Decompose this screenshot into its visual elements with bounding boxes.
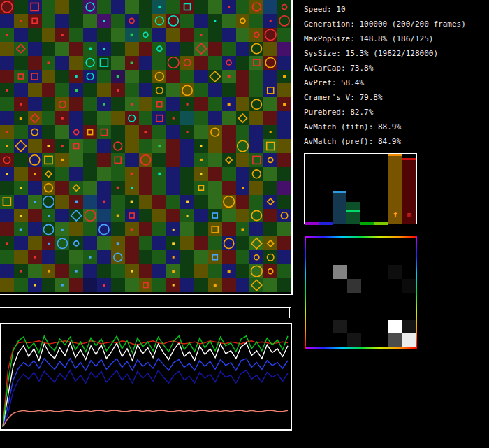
cap-yellowgreen — [374, 223, 388, 225]
stat-line-0: Speed: 10 — [304, 2, 487, 17]
heatmap-cell-0-6 — [388, 238, 402, 252]
heatmap-cell-7-3 — [347, 333, 361, 347]
stat-line-7: Purebred: 82.7% — [304, 105, 487, 120]
heatmap-cell-5-4 — [361, 306, 375, 320]
heatmap-cell-3-1 — [320, 279, 334, 293]
species-slot-yellowgreen — [374, 154, 388, 224]
heatmap-cell-0-1 — [320, 238, 334, 252]
world-grid-border-bottom — [0, 294, 293, 295]
heatmap-cell-7-7 — [402, 333, 416, 347]
sex-label-m: m — [402, 210, 416, 219]
heatmap-border-right — [416, 236, 417, 349]
history-series-green — [3, 336, 288, 427]
cap-magenta — [305, 223, 319, 225]
heatmap-cell-1-0 — [306, 252, 320, 266]
heatmap-cell-7-4 — [361, 333, 375, 347]
cap-blue — [319, 223, 333, 225]
heatmap-cell-2-4 — [361, 265, 375, 279]
history-line-chart — [0, 323, 292, 431]
stat-line-9: AvMatch (pref): 84.9% — [304, 134, 487, 149]
heatmap-cell-4-1 — [320, 293, 334, 307]
species-slot-orange: f — [388, 154, 402, 224]
heatmap-cell-5-6 — [388, 306, 402, 320]
mating-matrix-heatmap — [305, 236, 417, 349]
heatmap-cell-1-3 — [347, 252, 361, 266]
cap-dodgerblue — [333, 191, 346, 193]
simulation-app: { "app": { "background": "#000000", "tex… — [0, 0, 489, 448]
stat-line-6: Cramer's V: 79.8% — [304, 90, 487, 105]
world-grid-border-right — [291, 0, 293, 295]
heatmap-cell-0-7 — [402, 238, 416, 252]
heatmap-cell-4-7 — [402, 293, 416, 307]
history-series-salmon — [3, 410, 288, 427]
history-series-dark-blue — [3, 370, 288, 427]
cap-orange — [388, 154, 402, 156]
heatmap-cell-2-0 — [306, 265, 320, 279]
sex-label-f: f — [388, 210, 402, 219]
heatmap-cell-5-0 — [306, 306, 320, 320]
cap-green — [360, 223, 374, 225]
heatmap-cell-5-5 — [374, 306, 388, 320]
heatmap-cell-3-6 — [388, 279, 402, 293]
stats-panel: Speed: 10Generation: 100000 (200/200 fra… — [304, 2, 487, 149]
heatmap-cell-1-4 — [361, 252, 375, 266]
frame-slider-track[interactable] — [0, 307, 291, 308]
history-series-white — [3, 343, 288, 427]
heatmap-cell-4-3 — [347, 293, 361, 307]
history-series-red — [3, 341, 288, 427]
heatmap-border-bottom — [305, 347, 417, 349]
world-grid-canvas[interactable] — [0, 0, 291, 292]
heatmap-cell-7-1 — [320, 333, 334, 347]
heatmap-cell-6-6 — [388, 320, 402, 334]
species-slot-red: m — [402, 154, 416, 224]
heatmap-cell-6-1 — [320, 320, 334, 334]
heatmap-cell-2-6 — [388, 265, 402, 279]
heatmap-cell-3-7 — [402, 279, 416, 293]
species-slot-green — [360, 154, 374, 224]
stat-line-4: AvCarCap: 73.8% — [304, 61, 487, 75]
species-slot-blue — [319, 154, 333, 224]
heatmap-cell-4-2 — [333, 293, 347, 307]
species-slot-springgreen — [346, 154, 360, 224]
heatmap-cell-5-3 — [347, 306, 361, 320]
species-slot-magenta — [305, 154, 319, 224]
heatmap-cell-6-7 — [402, 320, 416, 334]
heatmap-cell-4-5 — [374, 293, 388, 307]
heatmap-cell-6-5 — [374, 320, 388, 334]
heatmap-cell-0-5 — [374, 238, 388, 252]
heatmap-cell-5-7 — [402, 306, 416, 320]
species-slot-dodgerblue — [333, 154, 346, 224]
heatmap-cell-1-7 — [402, 252, 416, 266]
heatmap-cell-4-0 — [306, 293, 320, 307]
heatmap-cell-4-4 — [361, 293, 375, 307]
heatmap-cell-0-4 — [361, 238, 375, 252]
bar-dodgerblue — [333, 193, 346, 224]
heatmap-cell-2-7 — [402, 265, 416, 279]
stat-line-5: AvPref: 58.4% — [304, 75, 487, 90]
heatmap-grid — [306, 238, 416, 347]
heatmap-cell-7-6 — [388, 333, 402, 347]
heatmap-cell-2-5 — [374, 265, 388, 279]
heatmap-cell-2-1 — [320, 265, 334, 279]
heatmap-cell-5-2 — [333, 306, 347, 320]
heatmap-cell-3-3 — [347, 279, 361, 293]
heatmap-cell-3-0 — [306, 279, 320, 293]
heatmap-cell-6-3 — [347, 320, 361, 334]
heatmap-cell-2-3 — [347, 265, 361, 279]
stat-line-2: MaxPopSize: 148.8% (186/125) — [304, 31, 487, 46]
heatmap-cell-1-5 — [374, 252, 388, 266]
history-series-blue — [3, 359, 288, 427]
heatmap-cell-3-2 — [333, 279, 347, 293]
frame-slider-thumb[interactable] — [289, 307, 290, 318]
heatmap-cell-6-2 — [333, 320, 347, 334]
stat-line-1: Generation: 100000 (200/200 frames) — [304, 17, 487, 31]
bar-springgreen — [346, 202, 360, 224]
heatmap-cell-1-1 — [320, 252, 334, 266]
heatmap-cell-3-5 — [374, 279, 388, 293]
species-bar-chart: fm — [304, 153, 417, 224]
heatmap-cell-7-0 — [306, 333, 320, 347]
world-grid-panel — [0, 0, 293, 296]
heatmap-cell-0-0 — [306, 238, 320, 252]
heatmap-cell-3-4 — [361, 279, 375, 293]
heatmap-cell-7-2 — [333, 333, 347, 347]
